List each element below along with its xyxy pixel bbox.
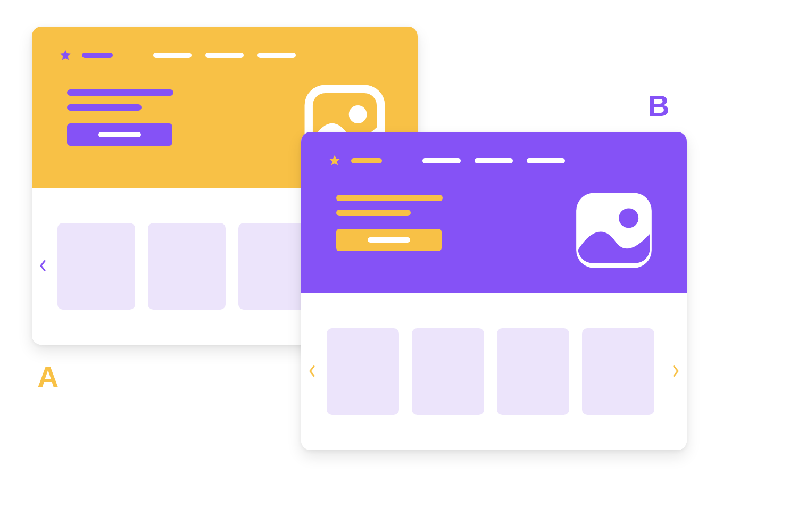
chevron-left-icon[interactable] <box>309 365 316 378</box>
cta-button[interactable] <box>67 123 172 146</box>
carousel-tile[interactable] <box>148 223 226 310</box>
headline-line <box>67 104 142 111</box>
nav-item[interactable] <box>205 53 244 58</box>
carousel-tile[interactable] <box>327 328 399 415</box>
nav-item[interactable] <box>153 53 192 58</box>
chevron-right-icon[interactable] <box>672 365 679 378</box>
carousel-section <box>301 293 687 450</box>
top-bar <box>59 48 391 62</box>
star-icon <box>59 48 72 62</box>
headline-line <box>67 89 173 96</box>
chevron-left-icon[interactable] <box>39 260 47 273</box>
image-placeholder-icon <box>573 189 655 271</box>
cta-label-placeholder <box>368 237 410 243</box>
variant-label-a: A <box>37 360 59 394</box>
carousel-tile[interactable] <box>412 328 484 415</box>
hero-section <box>301 132 687 293</box>
svg-point-3 <box>619 208 638 228</box>
nav-item[interactable] <box>527 158 565 163</box>
nav-item-active[interactable] <box>82 53 113 58</box>
star-icon <box>328 154 342 168</box>
nav-links <box>422 158 565 163</box>
carousel-tile[interactable] <box>497 328 569 415</box>
nav-item-active[interactable] <box>351 158 382 163</box>
nav-item[interactable] <box>257 53 296 58</box>
carousel-tiles <box>327 328 661 415</box>
carousel-tile[interactable] <box>582 328 654 415</box>
variant-label-b: B <box>648 88 670 123</box>
carousel-tile[interactable] <box>57 223 135 310</box>
hero-copy <box>336 195 506 251</box>
top-bar <box>328 154 660 168</box>
headline-line <box>336 210 411 216</box>
cta-label-placeholder <box>98 132 141 137</box>
wireframe-variant-b <box>301 132 687 450</box>
nav-links <box>153 53 296 58</box>
headline-line <box>336 195 443 201</box>
svg-point-1 <box>349 105 367 123</box>
cta-button[interactable] <box>336 229 442 251</box>
nav-item[interactable] <box>422 158 461 163</box>
hero-copy <box>67 89 237 146</box>
nav-item[interactable] <box>475 158 513 163</box>
